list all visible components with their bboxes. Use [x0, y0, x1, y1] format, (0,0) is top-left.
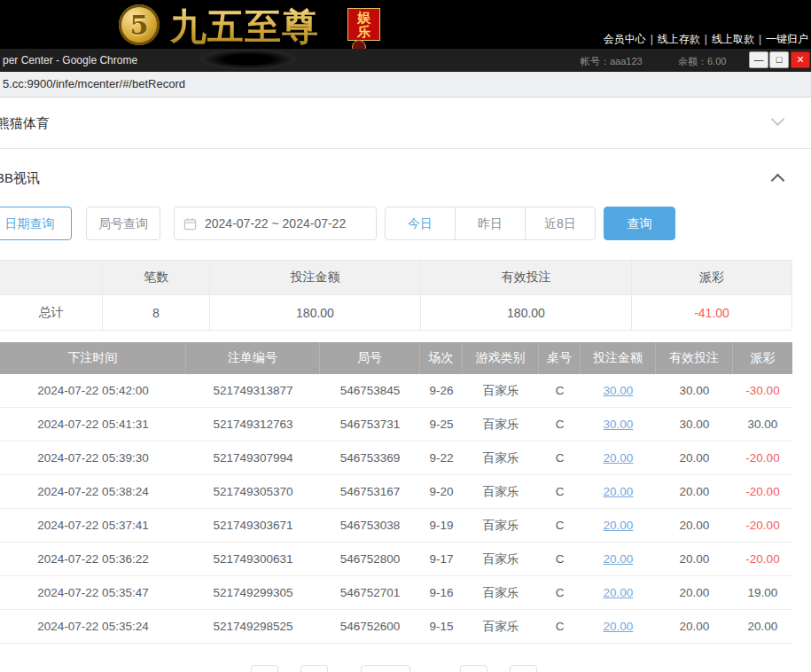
pagination-page-button[interactable]: [300, 665, 328, 672]
chevron-up-icon[interactable]: [771, 174, 785, 188]
section-title-panda-sports: 熊猫体育: [0, 115, 50, 132]
table-row: 2024-07-22 05:35:47 521749299305 5467527…: [0, 576, 792, 610]
brand-coin-icon: 5: [119, 4, 160, 45]
summary-header-bet-amount: 投注金额: [209, 260, 420, 295]
search-button[interactable]: 查询: [604, 207, 675, 240]
nav-separator: |: [705, 33, 707, 45]
bet-amount-link[interactable]: 20.00: [604, 586, 634, 599]
cell-game-type: 百家乐: [463, 610, 539, 643]
nav-link-deposit[interactable]: 线上存款: [658, 33, 700, 45]
table-row: 2024-07-22 05:37:41 521749303671 5467530…: [0, 509, 792, 543]
brand-coin-number: 5: [130, 10, 149, 41]
date-range-value: 2024-07-22 ~ 2024-07-22: [205, 216, 346, 231]
date-query-tab[interactable]: 日期查询: [0, 207, 72, 240]
today-button[interactable]: 今日: [385, 207, 456, 240]
summary-header-payout: 派彩: [631, 260, 792, 295]
cell-table-number: C: [539, 374, 581, 407]
cell-session: 9-22: [420, 441, 463, 474]
round-query-tab[interactable]: 局号查询: [86, 207, 160, 240]
cell-bet-number: 521749312763: [186, 408, 320, 441]
cell-bet-time: 2024-07-22 05:36:22: [0, 543, 186, 575]
bet-amount-link[interactable]: 30.00: [604, 418, 634, 431]
cell-bet-time: 2024-07-22 05:35:24: [0, 610, 186, 643]
cell-valid-bet: 20.00: [656, 576, 733, 609]
summary-header-row: 笔数 投注金额 有效投注 派彩: [0, 260, 792, 295]
cell-session: 9-19: [420, 509, 463, 542]
cell-valid-bet: 20.00: [656, 441, 733, 474]
summary-count-value: 8: [102, 295, 209, 331]
cell-valid-bet: 20.00: [656, 509, 733, 542]
cell-game-type: 百家乐: [463, 509, 539, 542]
site-header: 5 九五至尊 娱 乐 会员中心|线上存款|线上取款|一键归户: [0, 0, 811, 49]
cell-bet-time: 2024-07-22 05:39:30: [0, 441, 186, 474]
summary-table: 笔数 投注金额 有效投注 派彩 总计 8 180.00 180.00 -41.0…: [0, 260, 792, 331]
filter-bar: 日期查询 局号查询 2024-07-22 ~ 2024-07-22 今日 昨日 …: [0, 207, 811, 240]
bet-amount-link[interactable]: 20.00: [604, 451, 634, 465]
bet-amount-link[interactable]: 20.00: [604, 552, 634, 566]
cell-table-number: C: [539, 509, 581, 542]
bet-amount-link[interactable]: 20.00: [604, 519, 634, 532]
section-panda-sports[interactable]: 熊猫体育: [0, 98, 811, 149]
cell-round-number: 546752600: [320, 610, 420, 643]
col-valid-bet: 有效投注: [656, 342, 733, 374]
yesterday-button[interactable]: 昨日: [455, 207, 526, 240]
bet-table-header: 下注时间 注单编号 局号 场次 游戏类别 桌号 投注金额 有效投注 派彩: [0, 342, 792, 374]
cell-bet-amount: 20.00: [581, 509, 656, 542]
ribbon-decoration: [200, 50, 296, 69]
col-payout: 派彩: [733, 342, 792, 374]
section-bb-video[interactable]: BB视讯: [0, 149, 811, 207]
pagination-jump-input[interactable]: [510, 665, 537, 672]
pagination-size-select[interactable]: [361, 665, 410, 672]
summary-total-row: 总计 8 180.00 180.00 -41.00: [0, 295, 792, 331]
bet-amount-link[interactable]: 20.00: [604, 485, 634, 498]
cell-table-number: C: [539, 543, 581, 575]
nav-link-member-center[interactable]: 会员中心: [604, 33, 646, 45]
cell-round-number: 546752800: [320, 543, 420, 575]
url-text[interactable]: 5.cc:9900/infe/mcenter/#/betRecord: [3, 77, 185, 90]
table-row: 2024-07-22 05:39:30 521749307994 5467533…: [0, 441, 792, 475]
brand-seal: 娱 乐: [347, 8, 380, 41]
col-round-number: 局号: [320, 342, 420, 374]
cell-bet-time: 2024-07-22 05:41:31: [0, 408, 186, 441]
cell-bet-amount: 20.00: [581, 576, 656, 609]
cell-session: 9-17: [420, 543, 463, 575]
table-row: 2024-07-22 05:38:24 521749305370 5467531…: [0, 475, 792, 509]
chevron-down-icon[interactable]: [771, 113, 785, 127]
brand-seal-char-bottom: 乐: [357, 25, 370, 39]
cell-game-type: 百家乐: [463, 374, 539, 407]
page: 5 九五至尊 娱 乐 会员中心|线上存款|线上取款|一键归户 per Cente…: [0, 0, 811, 672]
nav-link-withdraw[interactable]: 线上取款: [712, 33, 754, 45]
table-row: 2024-07-22 05:42:00 521749313877 5467538…: [0, 374, 792, 408]
pagination-prev-button[interactable]: [251, 665, 278, 672]
bet-amount-link[interactable]: 20.00: [604, 620, 634, 633]
cell-game-type: 百家乐: [463, 543, 539, 575]
cell-bet-number: 521749299305: [186, 576, 320, 609]
cell-table-number: C: [539, 610, 581, 643]
close-button[interactable]: ✕: [791, 51, 810, 68]
bet-amount-link[interactable]: 30.00: [604, 384, 634, 397]
cell-table-number: C: [539, 441, 581, 474]
cell-bet-number: 521749313877: [186, 374, 320, 407]
summary-header-count: 笔数: [102, 260, 209, 295]
content: 熊猫体育 BB视讯 日期查询 局号查询 2024-07-22 ~ 2024-07…: [0, 98, 811, 672]
cell-payout: 30.00: [733, 408, 792, 441]
balance-info: 余额：6.00: [678, 55, 726, 68]
cell-table-number: C: [539, 475, 581, 508]
pagination: [0, 663, 811, 672]
pagination-next-button[interactable]: [460, 665, 487, 672]
last-8-days-button[interactable]: 近8日: [525, 207, 596, 240]
date-range-input[interactable]: 2024-07-22 ~ 2024-07-22: [174, 207, 377, 240]
cell-bet-time: 2024-07-22 05:42:00: [0, 374, 186, 407]
col-session: 场次: [420, 342, 463, 374]
address-bar[interactable]: 5.cc:9900/infe/mcenter/#/betRecord: [0, 72, 811, 98]
maximize-button[interactable]: □: [769, 51, 789, 68]
cell-round-number: 546753038: [320, 509, 420, 542]
cell-valid-bet: 30.00: [656, 374, 733, 407]
nav-link-one-key-transfer[interactable]: 一键归户: [766, 33, 808, 45]
summary-payout-value: -41.00: [631, 295, 792, 331]
cell-valid-bet: 20.00: [656, 610, 733, 643]
cell-bet-time: 2024-07-22 05:37:41: [0, 509, 186, 542]
minimize-button[interactable]: —: [749, 51, 768, 68]
cell-bet-number: 521749303671: [186, 509, 320, 542]
cell-bet-number: 521749305370: [186, 475, 320, 508]
